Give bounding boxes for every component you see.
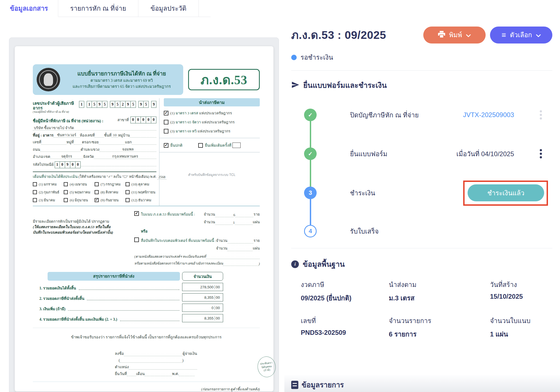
items-section-band: ข้อมูลรายการ <box>284 375 560 392</box>
floor-label: ชั้นที่ <box>104 133 111 138</box>
month-section-label: เดือนที่จ่ายเงินได้พึงประเมิน <box>33 173 78 179</box>
form-title-band: แบบยื่นรายการภาษีเงินได้หัก ณ ที่จ่าย ตา… <box>33 64 183 95</box>
signature-section: ลงชื่อผู้จ่ายเงิน () ตำแหน่ง ยื่นวันที่เ… <box>115 349 235 376</box>
form-subtitle-2: และการเสียภาษีตามมาตรา 65 จัตวา แห่งประม… <box>64 84 179 89</box>
branch-label: สาขาที่ <box>117 118 129 122</box>
month-checkbox-item: (2) กุมภาพันธ์ <box>33 189 64 195</box>
paper-plane-icon <box>291 81 299 90</box>
field-remit-under: นำส่งตาม ม.3 เตรส <box>389 279 490 303</box>
month-checkbox-item: (1) มกราคม <box>33 181 64 187</box>
page-title: ภ.ง.ด.53 : 09/2025 <box>291 26 386 44</box>
registration-note-1: (ตามหนังสือแสดงความประสงค์ฯ ทะเบียนรับเล… <box>134 254 260 259</box>
step-receipt: 4 รับใบเสร็จ <box>291 225 552 237</box>
no-label: เลขที่ <box>33 140 41 144</box>
form-code: ภ.ง.ด.53 <box>200 70 247 90</box>
yaek-label: แยก <box>125 140 132 144</box>
registration-note-2: หรือตามหนังสือข้อตกลงการใช้งานฯ เลขอ้างอ… <box>134 261 260 266</box>
options-button[interactable]: ≡ ตัวเลือก <box>490 27 552 43</box>
tab-document-info[interactable]: ข้อมูลเอกสาร <box>0 0 58 17</box>
summary-header-band: สรุปรายการภาษีที่นำส่ง <box>48 272 180 281</box>
filing-additional-label: ยื่นเพิ่มเติมครั้งที่ <box>205 142 231 148</box>
amount-header: จำนวนเงิน <box>182 272 223 281</box>
field-item-count: จำนวนรายการ 6 รายการ <box>389 315 490 339</box>
chevron-down-icon <box>466 31 471 39</box>
step-number-circle: 4 <box>304 225 317 237</box>
address-label: ที่อยู่ : อาคาร <box>33 133 54 137</box>
month-checkbox-item: (6) มิถุนายน <box>64 197 95 203</box>
chevron-down-icon <box>536 31 541 39</box>
certification-text: ข้าพเจ้าขอรับรองว่า รายการที่แจ้งไว้ข้าง… <box>33 334 260 340</box>
remit-option-1: (1) มาตรา 3 เตรส แห่งประมวลรัษฎากร <box>164 110 260 116</box>
month-checkbox-item: (4) เมษายน <box>64 181 95 187</box>
status-dot-icon <box>291 55 297 60</box>
moo-label: หมู่ที่ <box>66 140 74 144</box>
field-created-date: วันที่สร้าง 15/10/2025 <box>490 279 552 303</box>
step-number-circle: 3 <box>304 187 317 199</box>
step-submit-form: ยื่นแบบฟอร์ม เมื่อวันที่ 04/10/2025 <box>291 147 552 160</box>
attach-count-paen: 1 <box>233 220 235 225</box>
status-badge: รอชำระเงิน <box>291 52 552 63</box>
zip-digits: 10900 <box>55 161 81 168</box>
month-checkbox-item: (8) สิงหาคม <box>95 189 126 195</box>
print-button[interactable]: พิมพ์ <box>423 27 486 43</box>
tax-id-label: เลขประจำตัวผู้เสียภาษีอากร (ของผู้มีหน้า… <box>33 101 79 113</box>
payer-name-label: ชื่อผู้มีหน้าที่หักภาษี ณ ที่จ่าย (หน่วย… <box>33 119 103 123</box>
kebab-menu-icon[interactable] <box>540 110 542 120</box>
tax-id-digits: 1 1595 95295 95 9 <box>79 101 156 108</box>
tab-withholding-items[interactable]: รายการหัก ณ ที่จ่าย <box>58 0 139 17</box>
remit-header-band: นำส่งภาษีตาม <box>164 98 260 106</box>
mark-paid-button[interactable]: ชำระเงินแล้ว <box>468 184 544 201</box>
workflow-timeline: ปิดบัญชีภาษีหัก ณ ที่จ่าย JVTX-202509003… <box>291 100 552 248</box>
building-value: ซันทาวเวอร์ <box>54 133 80 138</box>
province-label: จังหวัด <box>83 155 94 159</box>
see-instructions-note: (ก่อนกรอกรายการ ดูคำชี้แจงด้านหลัง) <box>33 386 260 392</box>
month-checkbox-item: (12) ธันวาคม <box>126 197 156 203</box>
month-checkbox-item: (5) พฤษภาคม <box>64 189 95 195</box>
step-done-check-icon <box>304 109 317 121</box>
remit-option-3: (3) มาตรา 69 ทวิ แห่งประมวลรัษฎากร <box>164 128 260 134</box>
branch-digits: 00000 <box>130 117 156 123</box>
soi-label: ตรอก/ซอย <box>82 140 99 144</box>
items-section-header: ข้อมูลรายการ <box>291 379 344 390</box>
basic-info-grid: งวดภาษี 09/2025 (ยื่นปกติ) นำส่งตาม ม.3 … <box>291 279 552 339</box>
month-section: เดือนที่จ่ายเงินได้พึงประเมิน (ให้ทำเครื… <box>33 172 156 206</box>
form-code-box: ภ.ง.ด.53 <box>188 69 260 90</box>
journal-link[interactable]: JVTX-202509003 <box>463 111 514 119</box>
pnd53-form-page: แบบยื่นรายการภาษีเงินได้หัก ณ ที่จ่าย ตา… <box>15 46 273 391</box>
menu-icon: ≡ <box>501 31 506 39</box>
payer-name-value: บริษัท ซื้อมาขายไป จำกัด <box>33 126 156 130</box>
room-label: ห้องเลขที่ <box>80 133 95 138</box>
floor-value: 10 <box>112 133 118 138</box>
kebab-menu-icon[interactable] <box>540 149 542 158</box>
step-close-ledger: ปิดบัญชีภาษีหัก ณ ที่จ่าย JVTX-202509003 <box>291 109 552 121</box>
basic-info-section-header: i ข้อมูลพื้นฐาน <box>291 258 552 270</box>
tab-history[interactable]: ข้อมูลประวัติ <box>138 0 199 17</box>
month-section-hint: (ให้ทำเครื่องหมาย "✓" ลงใน "☐" หน้าชื่อเ… <box>78 174 156 179</box>
attach-count-rai: 6 <box>234 213 235 217</box>
subdistrict-label: ตำบล/แขวง <box>81 147 100 152</box>
info-icon: i <box>291 260 299 268</box>
month-checkbox-item: (10) ตุลาคม <box>126 181 156 187</box>
field-document-no: เลขที่ PND53-202509 <box>301 315 389 339</box>
revenue-department-seal-icon <box>37 68 60 91</box>
submitted-date: เมื่อวันที่ 04/10/2025 <box>456 149 514 159</box>
zip-label: รหัสไปรษณีย์ <box>33 162 54 167</box>
subdistrict-value: จอมพล <box>100 147 156 152</box>
tcl-note: สำหรับบันทึกข้อมูลจากระบบ TCL <box>164 172 260 177</box>
tax-summary-table: สรุปรายการภาษีที่นำส่ง จำนวนเงิน 1. รวมย… <box>39 272 223 322</box>
province-value: กรุงเทพมหานคร <box>94 154 156 159</box>
summary-row: 2. รวมยอดภาษีที่นำส่งทั้งสิ้น 8,35500 <box>39 293 223 301</box>
remit-option-2: (2) มาตรา 65 จัตวา แห่งประมวลรัษฎากร <box>164 119 260 125</box>
month-checkbox-item-september-checked: (9) กันยายน <box>95 197 126 203</box>
form-title: แบบยื่นรายการภาษีเงินได้หัก ณ ที่จ่าย <box>64 70 179 78</box>
form-subtitle-1: ตามมาตรา 3 เตรส และมาตรา 69 ทวิ <box>64 78 179 83</box>
month-checkbox-item: (7) กรกฎาคม <box>95 181 126 187</box>
details-panel: ภ.ง.ด.53 : 09/2025 พิมพ์ ≡ ตัวเลือก รอชำ… <box>291 26 552 339</box>
additional-times-box <box>232 143 241 148</box>
document-preview-panel: แบบยื่นรายการภาษีเงินได้หัก ณ ที่จ่าย ตา… <box>9 37 279 392</box>
tax-id-sublabel: (ของผู้มีหน้าที่หักภาษี ณ ที่จ่าย) <box>33 110 79 113</box>
workflow-section-header: ยื่นแบบฟอร์มและชำระเงิน <box>291 79 552 91</box>
attachment-option-1: ใบแนบ ภ.ง.ด.53 ที่แนบมาพร้อมนี้ : จำนวน6… <box>134 211 260 225</box>
field-tax-period: งวดภาษี 09/2025 (ยื่นปกติ) <box>301 279 389 303</box>
attachment-note: มีรายละเอียดการหักเป็นรายผู้มีเงินได้ ปร… <box>33 211 123 266</box>
